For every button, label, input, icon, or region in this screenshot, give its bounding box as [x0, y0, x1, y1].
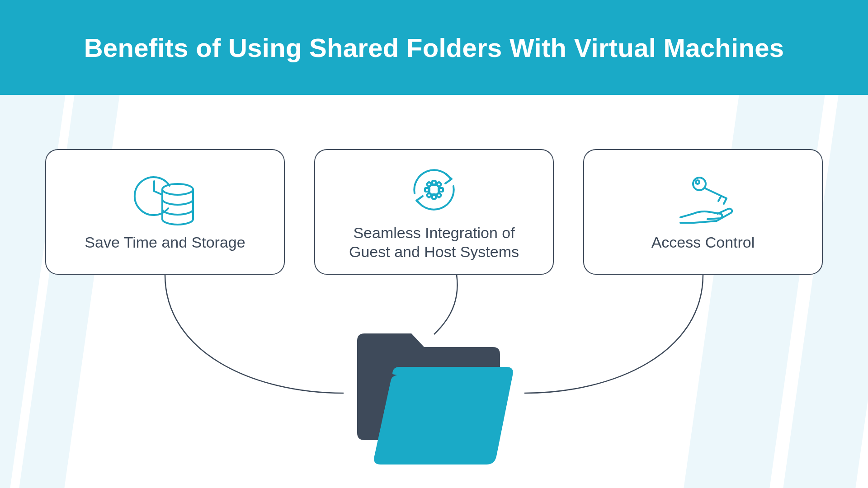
svg-line-16	[724, 198, 726, 204]
svg-rect-4	[432, 181, 436, 185]
svg-rect-9	[436, 182, 441, 187]
benefit-label: Seamless Integration of Guest and Host S…	[333, 223, 535, 262]
svg-rect-8	[426, 182, 431, 187]
svg-rect-6	[425, 188, 429, 192]
page-title: Benefits of Using Shared Folders With Vi…	[84, 33, 784, 63]
clock-storage-icon	[124, 172, 206, 226]
folder-icon	[344, 320, 524, 474]
benefit-card-integration: Seamless Integration of Guest and Host S…	[314, 149, 554, 275]
svg-rect-7	[439, 188, 443, 192]
diagram-stage: Benefits of Using Shared Folders With Vi…	[0, 0, 868, 488]
hand-key-icon	[662, 172, 744, 226]
benefit-card-time-storage: Save Time and Storage	[45, 149, 285, 275]
svg-point-2	[162, 184, 193, 195]
benefit-card-access-control: Access Control	[583, 149, 823, 275]
svg-rect-10	[426, 192, 431, 197]
benefit-label: Save Time and Storage	[85, 233, 245, 252]
svg-point-13	[696, 180, 699, 184]
benefit-label: Access Control	[651, 233, 755, 252]
svg-rect-11	[436, 192, 441, 197]
svg-line-15	[718, 196, 721, 201]
sync-gear-icon	[393, 163, 475, 217]
svg-line-1	[154, 191, 162, 195]
svg-rect-5	[432, 194, 436, 199]
header-bar: Benefits of Using Shared Folders With Vi…	[0, 0, 868, 95]
svg-line-14	[704, 188, 726, 198]
